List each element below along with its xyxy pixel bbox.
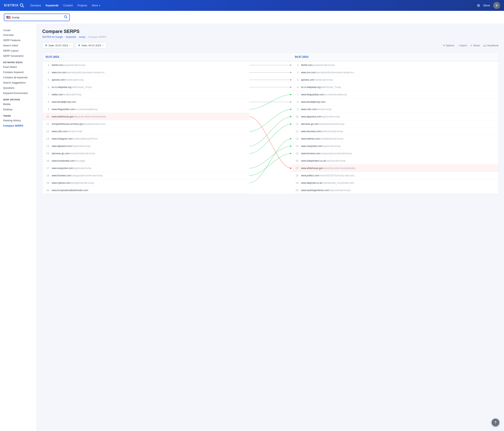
date-filter-1[interactable]: ▼ Date: 03.07.2023 ✏ [42, 42, 73, 48]
right-column: 04.07.2023 3. thehill.com/people/donald-… [292, 53, 498, 194]
rank-num: 19. [295, 181, 299, 184]
rank-num: 3. [45, 63, 50, 66]
serp-url[interactable]: www.washingtontimes.com/topics/donald-tr… [301, 189, 351, 192]
serp-url[interactable]: www.whitehouse.gov/about-the-white-house… [301, 167, 357, 170]
serp-url[interactable]: www.trumphotels.com/las-vegas [52, 160, 85, 162]
table-row: 19. www.dailymail.co.uk/news/donald_trum… [292, 179, 498, 187]
avatar[interactable]: S [493, 2, 500, 9]
table-row: 4. www.cnn.com/specials/politics/preside… [43, 69, 249, 76]
svg-marker-4 [290, 64, 292, 66]
serp-url[interactable]: www.cnbc.com/donald-trump/ [52, 130, 82, 133]
sidebar-item-search-intent[interactable]: Search Intent [0, 43, 37, 48]
serp-url[interactable]: www.newyorker.com/tag/donald-trump [301, 145, 340, 147]
search-input[interactable] [12, 16, 64, 19]
serp-url[interactable]: www.trumpnationalbedminster.com/ [52, 189, 88, 192]
comparison-grid: 03.07.2023 3. thehill.com/people/donald-… [43, 53, 498, 194]
serp-url[interactable]: www.theguardian.com/us-news/donaldtrump [52, 108, 98, 111]
sidebar-item-ranking-history[interactable]: Ranking History [0, 118, 37, 123]
options-button[interactable]: ▾ Options [443, 44, 454, 47]
serp-url[interactable]: www.nytimes.com/spotlight/donald-trump [52, 182, 94, 184]
table-row: 6. en.m.wikipedia.org/wiki/Donald_Trump [43, 83, 249, 91]
serp-url[interactable]: www.cnbc.com/donald-trump/ [301, 108, 332, 111]
rank-num: 15. [295, 152, 299, 155]
serp-url[interactable]: twitter.com/realDonaldTrump [52, 93, 81, 96]
handbook-button[interactable]: 📖 Handbook [483, 44, 499, 47]
nav-more[interactable]: More ▼ [92, 4, 101, 7]
toolbar: ▼ Date: 03.07.2023 ✏ ▼ Date: 04.07.2023 … [42, 42, 499, 48]
sidebar-item-desktop[interactable]: Desktop [0, 107, 37, 112]
rank-num: 5. [45, 78, 50, 81]
serp-url[interactable]: www.politico.com/news/2023/07/01/trump-r… [301, 174, 356, 177]
share-button[interactable]: ⇗ Share [470, 44, 480, 47]
rank-num: 17. [45, 167, 50, 170]
nav-projects[interactable]: Projects [77, 4, 87, 7]
serp-url[interactable]: www.foxnews.com/category/person/donald-t… [301, 152, 352, 155]
nav-domains[interactable]: Domains [30, 4, 41, 7]
serp-url[interactable]: www.instagram.com/realdonaldtrump/?hl=en [52, 137, 98, 140]
nav-content[interactable]: Content [63, 4, 73, 7]
breadcrumb-trump[interactable]: trump [79, 36, 85, 38]
sidebar-item-serp-features[interactable]: SERP Features [0, 38, 37, 43]
sidebar-item-compare-serps[interactable]: Compare SERPS [0, 123, 37, 128]
serp-url[interactable]: www.newyorker.com/tag/donald-trump [52, 167, 91, 170]
serp-url[interactable]: www.donaldjtrump.com/ [52, 101, 76, 103]
breadcrumb-sep1: › [64, 36, 65, 38]
serp-url[interactable]: www.aljazeera.com/tag/donald-trump/ [301, 115, 340, 118]
search-wrapper: 🇺🇸 [4, 14, 70, 21]
svg-marker-12 [290, 123, 292, 125]
grid-icon[interactable]: ⊞ [477, 3, 480, 8]
table-row: 4. www.cnn.com/specials/politics/preside… [292, 69, 498, 76]
serp-url[interactable]: abcnews.go.com/amp/alerts/donald-trump [52, 152, 95, 155]
serp-url[interactable]: trumpwhitehouse.archives.gov/people/dona… [52, 123, 107, 126]
breadcrumb-current: Compare SERPS [88, 36, 106, 38]
export-button[interactable]: ↓ Export [458, 44, 467, 47]
rank-num: 17. [295, 167, 299, 170]
serp-url[interactable]: www.independent.co.uk/topic/donald-trump [301, 160, 345, 162]
sidebar-item-serp-screenshot[interactable]: SERP Screenshot [0, 53, 37, 59]
serp-url[interactable]: www.cnn.com/specials/politics/president-… [52, 71, 106, 74]
sidebar-item-keyword-environment[interactable]: Keyword Environment [0, 90, 37, 96]
serp-url[interactable]: apnews.com/hub/donald-trump [301, 79, 333, 81]
help-button[interactable]: ? [492, 419, 499, 426]
serp-url[interactable]: www.nytimes.com/spotlight/donald-trump [301, 137, 343, 140]
breadcrumb-sep2: › [77, 36, 78, 38]
serp-url[interactable]: www.aljazeera.com/tag/donald-trump/ [52, 145, 91, 147]
serp-url[interactable]: www.foxnews.com/category/person/donald-t… [52, 174, 103, 177]
serp-url[interactable]: thehill.com/people/donald-trump/ [301, 64, 335, 66]
sidebar-item-contains-keyword[interactable]: Contains Keyword [0, 70, 37, 75]
search-button[interactable] [64, 15, 67, 19]
serp-url[interactable]: www.donaldjtrump.com/ [301, 101, 326, 103]
edit-icon-1: ✏ [69, 44, 71, 47]
serp-url[interactable]: abcnews.go.com/amp/alerts/donald-trump [301, 123, 344, 126]
logo-text: SISTRIX [4, 4, 19, 7]
serp-url[interactable]: thehill.com/people/donald-trump/ [52, 64, 85, 66]
serp-url[interactable]: www.cnn.com/specials/politics/president-… [301, 71, 356, 74]
serp-url[interactable]: en.m.wikipedia.org/wiki/Donald_Trump [301, 86, 341, 89]
serp-url[interactable]: www.dailymail.co.uk/news/donald_trump/in… [301, 182, 354, 184]
nav-keywords[interactable]: Keywords [45, 4, 59, 7]
sidebar-item-mobile[interactable]: Mobile [0, 102, 37, 107]
table-row: 9. www.theguardian.com/us-news/donaldtru… [43, 106, 249, 113]
serp-url[interactable]: www.theguardian.com/us-news/donaldtrump [301, 93, 347, 96]
sidebar-item-serp-layout[interactable]: SERP-Layout [0, 48, 37, 53]
sidebar-item-questions[interactable]: Questions [0, 85, 37, 90]
breadcrumb-home[interactable]: SISTRIX for Google [42, 36, 63, 38]
date-filter-2[interactable]: ▼ Date: 04.07.2023 ✏ [75, 42, 107, 48]
serp-url[interactable]: apnews.com/hub/donald-trump [52, 79, 84, 81]
serp-url[interactable]: www.whitehouse.gov/about-the-white-house… [52, 115, 108, 118]
svg-marker-5 [290, 72, 292, 73]
serp-url[interactable]: en.m.wikipedia.org/wiki/Donald_Trump [52, 86, 92, 89]
sidebar-item-exact-match[interactable]: Exact Match [0, 64, 37, 70]
sidebar-item-search-suggestions[interactable]: Search Suggestions [0, 80, 37, 85]
breadcrumb-keywords[interactable]: Keywords [66, 36, 76, 38]
rank-num: 6. [295, 86, 299, 89]
sidebar-item-overview[interactable]: Overview [0, 32, 37, 38]
svg-marker-6 [290, 79, 292, 81]
table-row: 16. www.trumphotels.com/las-vegas [43, 157, 249, 164]
rank-num: 7. [45, 93, 50, 96]
comparison-container: 03.07.2023 3. thehill.com/people/donald-… [42, 52, 499, 194]
sidebar-item-contains-all[interactable]: Contains all keywords [0, 75, 37, 80]
table-row: 20. www.trumpnationalbedminster.com/ [43, 187, 249, 194]
serp-url[interactable]: www.nbcnews.com/politics/donald-trump [301, 130, 343, 133]
table-row: 9. www.cnbc.com/donald-trump/ [292, 106, 498, 113]
